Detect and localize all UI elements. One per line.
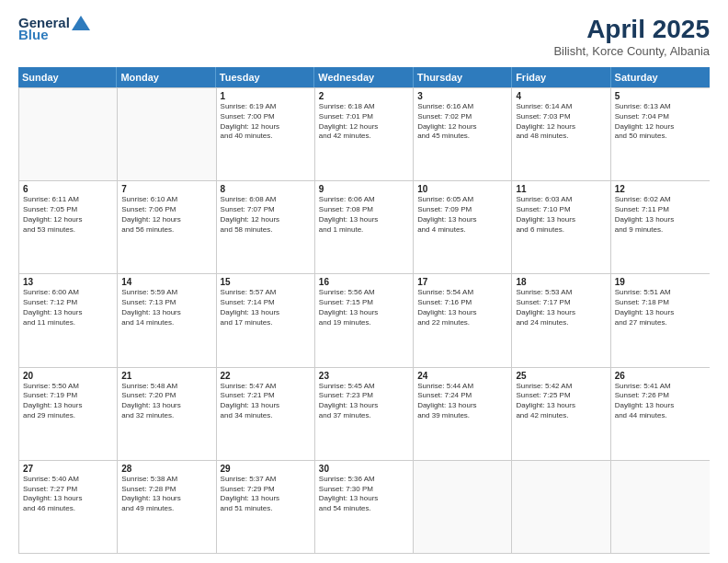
cell-content: Sunrise: 5:45 AM Sunset: 7:23 PM Dayligh… [319, 382, 409, 421]
calendar-header-cell: Wednesday [314, 67, 413, 87]
calendar-cell: 24Sunrise: 5:44 AM Sunset: 7:24 PM Dayli… [414, 368, 512, 460]
calendar-header-cell: Thursday [414, 67, 512, 87]
cell-content: Sunrise: 5:50 AM Sunset: 7:19 PM Dayligh… [23, 382, 113, 421]
calendar-cell: 4Sunrise: 6:14 AM Sunset: 7:03 PM Daylig… [512, 88, 610, 180]
day-number: 17 [417, 277, 507, 287]
cell-content: Sunrise: 6:03 AM Sunset: 7:10 PM Dayligh… [516, 195, 606, 235]
cell-content: Sunrise: 5:40 AM Sunset: 7:27 PM Dayligh… [23, 475, 113, 514]
logo-icon [72, 16, 90, 30]
day-number: 23 [319, 371, 409, 381]
calendar-cell: 28Sunrise: 5:38 AM Sunset: 7:28 PM Dayli… [118, 461, 216, 553]
day-number: 11 [516, 184, 606, 194]
calendar-cell: 27Sunrise: 5:40 AM Sunset: 7:27 PM Dayli… [19, 461, 118, 553]
cell-content: Sunrise: 6:02 AM Sunset: 7:11 PM Dayligh… [615, 195, 706, 235]
cell-content: Sunrise: 5:47 AM Sunset: 7:21 PM Dayligh… [221, 382, 311, 421]
day-number: 24 [417, 371, 507, 381]
calendar-cell: 12Sunrise: 6:02 AM Sunset: 7:11 PM Dayli… [611, 181, 710, 273]
calendar-cell: 22Sunrise: 5:47 AM Sunset: 7:21 PM Dayli… [217, 368, 315, 460]
calendar-cell: 21Sunrise: 5:48 AM Sunset: 7:20 PM Dayli… [118, 368, 216, 460]
cell-content: Sunrise: 5:57 AM Sunset: 7:14 PM Dayligh… [221, 288, 311, 327]
day-number: 1 [221, 91, 311, 101]
day-number: 10 [417, 184, 507, 194]
calendar-row: 6Sunrise: 6:11 AM Sunset: 7:05 PM Daylig… [19, 181, 710, 274]
calendar-cell: 25Sunrise: 5:42 AM Sunset: 7:25 PM Dayli… [512, 368, 610, 460]
day-number: 28 [121, 464, 211, 474]
calendar-cell: 13Sunrise: 6:00 AM Sunset: 7:12 PM Dayli… [19, 274, 118, 366]
cell-content: Sunrise: 5:36 AM Sunset: 7:30 PM Dayligh… [319, 475, 409, 514]
day-number: 22 [221, 371, 311, 381]
title-block: April 2025 Bilisht, Korce County, Albani… [553, 15, 710, 58]
cell-content: Sunrise: 5:51 AM Sunset: 7:18 PM Dayligh… [615, 288, 706, 327]
day-number: 25 [516, 371, 606, 381]
calendar-header-cell: Tuesday [216, 67, 314, 87]
calendar-cell: 2Sunrise: 6:18 AM Sunset: 7:01 PM Daylig… [315, 88, 414, 180]
day-number: 4 [516, 91, 606, 101]
cell-content: Sunrise: 6:11 AM Sunset: 7:05 PM Dayligh… [23, 195, 113, 235]
calendar-cell [414, 461, 512, 553]
svg-marker-0 [72, 16, 90, 30]
calendar-cell: 14Sunrise: 5:59 AM Sunset: 7:13 PM Dayli… [118, 274, 216, 366]
calendar-cell: 11Sunrise: 6:03 AM Sunset: 7:10 PM Dayli… [512, 181, 610, 273]
day-number: 27 [23, 464, 113, 474]
calendar-cell: 23Sunrise: 5:45 AM Sunset: 7:23 PM Dayli… [315, 368, 414, 460]
cell-content: Sunrise: 6:06 AM Sunset: 7:08 PM Dayligh… [319, 195, 409, 235]
logo: General Blue [18, 15, 90, 42]
day-number: 8 [221, 184, 311, 194]
cell-content: Sunrise: 5:53 AM Sunset: 7:17 PM Dayligh… [516, 288, 606, 327]
day-number: 9 [319, 184, 409, 194]
day-number: 5 [615, 91, 706, 101]
calendar-cell: 1Sunrise: 6:19 AM Sunset: 7:00 PM Daylig… [217, 88, 315, 180]
day-number: 29 [221, 464, 311, 474]
cell-content: Sunrise: 6:10 AM Sunset: 7:06 PM Dayligh… [121, 195, 211, 235]
calendar-cell: 7Sunrise: 6:10 AM Sunset: 7:06 PM Daylig… [118, 181, 216, 273]
cell-content: Sunrise: 5:38 AM Sunset: 7:28 PM Dayligh… [121, 475, 211, 514]
calendar-header-cell: Monday [117, 67, 215, 87]
cell-content: Sunrise: 5:59 AM Sunset: 7:13 PM Dayligh… [121, 288, 211, 327]
day-number: 12 [615, 184, 706, 194]
cell-content: Sunrise: 6:14 AM Sunset: 7:03 PM Dayligh… [516, 102, 606, 142]
calendar-cell [512, 461, 610, 553]
month-title: April 2025 [553, 15, 710, 44]
location-title: Bilisht, Korce County, Albania [553, 44, 710, 58]
day-number: 21 [121, 371, 211, 381]
day-number: 26 [615, 371, 706, 381]
calendar-cell: 26Sunrise: 5:41 AM Sunset: 7:26 PM Dayli… [611, 368, 710, 460]
day-number: 18 [516, 277, 606, 287]
cell-content: Sunrise: 5:41 AM Sunset: 7:26 PM Dayligh… [615, 382, 706, 421]
cell-content: Sunrise: 5:37 AM Sunset: 7:29 PM Dayligh… [221, 475, 311, 514]
day-number: 7 [121, 184, 211, 194]
day-number: 30 [319, 464, 409, 474]
day-number: 14 [121, 277, 211, 287]
calendar-row: 1Sunrise: 6:19 AM Sunset: 7:00 PM Daylig… [19, 88, 710, 181]
cell-content: Sunrise: 6:08 AM Sunset: 7:07 PM Dayligh… [221, 195, 311, 235]
cell-content: Sunrise: 6:16 AM Sunset: 7:02 PM Dayligh… [417, 102, 507, 142]
cell-content: Sunrise: 5:42 AM Sunset: 7:25 PM Dayligh… [516, 382, 606, 421]
calendar-cell: 19Sunrise: 5:51 AM Sunset: 7:18 PM Dayli… [611, 274, 710, 366]
calendar-cell [19, 88, 118, 180]
calendar-cell: 8Sunrise: 6:08 AM Sunset: 7:07 PM Daylig… [217, 181, 315, 273]
cell-content: Sunrise: 6:19 AM Sunset: 7:00 PM Dayligh… [221, 102, 311, 142]
calendar-cell: 29Sunrise: 5:37 AM Sunset: 7:29 PM Dayli… [217, 461, 315, 553]
calendar-cell: 20Sunrise: 5:50 AM Sunset: 7:19 PM Dayli… [19, 368, 118, 460]
day-number: 3 [417, 91, 507, 101]
cell-content: Sunrise: 5:54 AM Sunset: 7:16 PM Dayligh… [417, 288, 507, 327]
cell-content: Sunrise: 6:05 AM Sunset: 7:09 PM Dayligh… [417, 195, 507, 235]
cell-content: Sunrise: 5:44 AM Sunset: 7:24 PM Dayligh… [417, 382, 507, 421]
calendar-header-cell: Sunday [18, 67, 117, 87]
calendar-row: 20Sunrise: 5:50 AM Sunset: 7:19 PM Dayli… [19, 368, 710, 461]
calendar-cell: 16Sunrise: 5:56 AM Sunset: 7:15 PM Dayli… [315, 274, 414, 366]
calendar-cell: 9Sunrise: 6:06 AM Sunset: 7:08 PM Daylig… [315, 181, 414, 273]
cell-content: Sunrise: 6:13 AM Sunset: 7:04 PM Dayligh… [615, 102, 706, 142]
calendar-cell: 30Sunrise: 5:36 AM Sunset: 7:30 PM Dayli… [315, 461, 414, 553]
day-number: 6 [23, 184, 113, 194]
cell-content: Sunrise: 6:18 AM Sunset: 7:01 PM Dayligh… [319, 102, 409, 142]
calendar-cell: 17Sunrise: 5:54 AM Sunset: 7:16 PM Dayli… [414, 274, 512, 366]
calendar-cell [118, 88, 216, 180]
calendar-row: 13Sunrise: 6:00 AM Sunset: 7:12 PM Dayli… [19, 274, 710, 367]
calendar-cell: 18Sunrise: 5:53 AM Sunset: 7:17 PM Dayli… [512, 274, 610, 366]
calendar-header-cell: Saturday [611, 67, 710, 87]
calendar-cell: 10Sunrise: 6:05 AM Sunset: 7:09 PM Dayli… [414, 181, 512, 273]
calendar-cell [611, 461, 710, 553]
day-number: 2 [319, 91, 409, 101]
calendar: SundayMondayTuesdayWednesdayThursdayFrid… [18, 67, 710, 554]
